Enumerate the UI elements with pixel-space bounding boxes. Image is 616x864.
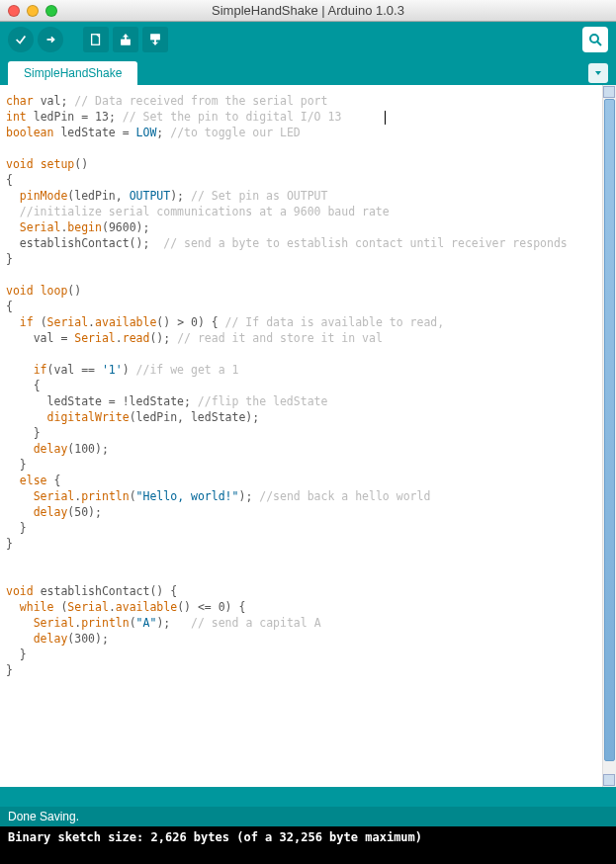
open-sketch-button[interactable]	[113, 27, 138, 52]
code-editor[interactable]: char val; // Data received from the seri…	[0, 85, 602, 787]
mac-titlebar: SimpleHandShake | Arduino 1.0.3	[0, 0, 616, 22]
save-sketch-button[interactable]	[142, 27, 168, 52]
scroll-up-arrow[interactable]	[603, 86, 615, 98]
svg-rect-2	[151, 35, 160, 40]
scroll-thumb[interactable]	[604, 99, 615, 761]
vertical-scrollbar[interactable]	[602, 85, 616, 787]
zoom-window-button[interactable]	[45, 5, 57, 17]
svg-marker-5	[595, 71, 601, 75]
output-console[interactable]: Binary sketch size: 2,626 bytes (of a 32…	[0, 826, 616, 864]
close-window-button[interactable]	[8, 5, 20, 17]
traffic-lights	[8, 5, 57, 17]
minimize-window-button[interactable]	[27, 5, 39, 17]
serial-monitor-button[interactable]	[582, 27, 608, 52]
svg-rect-1	[122, 40, 131, 44]
svg-point-3	[590, 35, 598, 43]
toolbar	[0, 22, 616, 57]
verify-button[interactable]	[8, 27, 34, 52]
window-title: SimpleHandShake | Arduino 1.0.3	[0, 3, 616, 18]
tab-bar: SimpleHandShake	[0, 57, 616, 85]
sketch-tab[interactable]: SimpleHandShake	[8, 61, 137, 85]
status-band	[0, 787, 616, 807]
svg-line-4	[597, 42, 601, 45]
tab-menu-dropdown[interactable]	[588, 63, 608, 83]
text-cursor	[385, 111, 386, 125]
new-sketch-button[interactable]	[83, 27, 109, 52]
scroll-down-arrow[interactable]	[603, 774, 615, 786]
upload-button[interactable]	[38, 27, 63, 52]
console-line: Binary sketch size: 2,626 bytes (of a 32…	[8, 830, 422, 844]
status-message: Done Saving.	[0, 807, 616, 826]
editor-area: char val; // Data received from the seri…	[0, 85, 616, 787]
